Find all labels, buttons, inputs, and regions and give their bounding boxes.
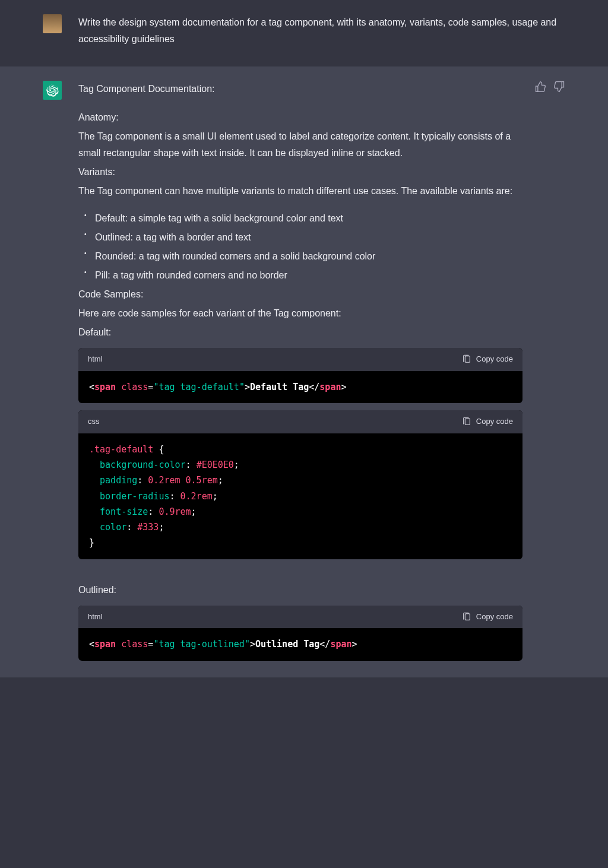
code-content: .tag-default { background-color: #E0E0E0… [78, 433, 522, 559]
code-content: <span class="tag tag-default">Default Ta… [78, 371, 522, 403]
copy-label: Copy code [476, 353, 513, 366]
anatomy-body: The Tag component is a small UI element … [78, 128, 522, 161]
default-label: Default: [78, 324, 522, 341]
code-lang-label: css [88, 415, 100, 429]
code-samples-heading: Code Samples: [78, 286, 522, 303]
outlined-label: Outlined: [78, 582, 522, 598]
variants-intro: The Tag component can have multiple vari… [78, 183, 522, 199]
variants-heading: Variants: [78, 164, 522, 180]
copy-label: Copy code [476, 415, 513, 429]
thumbs-down-icon [553, 81, 565, 93]
variants-list: Default: a simple tag with a solid backg… [83, 210, 522, 284]
copy-code-button[interactable]: Copy code [462, 353, 513, 366]
code-block-default-html: html Copy code <span class="tag tag-defa… [78, 348, 522, 403]
list-item: Rounded: a tag with rounded corners and … [83, 248, 522, 265]
code-content: <span class="tag tag-outlined">Outlined … [78, 628, 522, 660]
assistant-message: Tag Component Documentation: Anatomy: Th… [0, 66, 608, 677]
code-lang-label: html [88, 610, 103, 624]
assistant-avatar [43, 81, 62, 100]
svg-rect-2 [465, 614, 470, 620]
svg-rect-1 [465, 419, 470, 425]
clipboard-icon [462, 612, 471, 622]
list-item: Outlined: a tag with a border and text [83, 229, 522, 246]
thumbs-down-button[interactable] [553, 81, 565, 93]
user-avatar [43, 14, 62, 33]
anatomy-heading: Anatomy: [78, 109, 522, 126]
svg-rect-0 [465, 356, 470, 363]
copy-label: Copy code [476, 610, 513, 624]
code-block-default-css: css Copy code .tag-default { background-… [78, 410, 522, 559]
feedback-actions [534, 81, 565, 661]
clipboard-icon [462, 354, 471, 364]
copy-code-button[interactable]: Copy code [462, 415, 513, 429]
code-block-outlined-html: html Copy code <span class="tag tag-outl… [78, 606, 522, 661]
user-prompt-text: Write the design system documentation fo… [78, 14, 565, 47]
clipboard-icon [462, 417, 471, 426]
response-title: Tag Component Documentation: [78, 81, 522, 97]
user-message: Write the design system documentation fo… [0, 0, 608, 66]
thumbs-up-icon [534, 81, 546, 93]
openai-logo-icon [46, 84, 59, 97]
copy-code-button[interactable]: Copy code [462, 610, 513, 624]
thumbs-up-button[interactable] [534, 81, 546, 93]
list-item: Pill: a tag with rounded corners and no … [83, 267, 522, 284]
code-lang-label: html [88, 353, 103, 366]
code-samples-intro: Here are code samples for each variant o… [78, 305, 522, 322]
list-item: Default: a simple tag with a solid backg… [83, 210, 522, 227]
